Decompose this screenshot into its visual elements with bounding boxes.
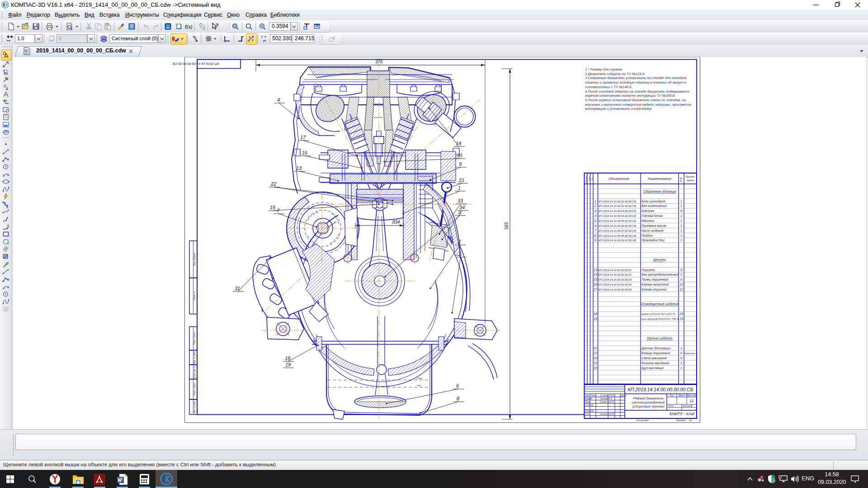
svg-text:Наименование: Наименование — [648, 177, 671, 181]
svg-text:5: 5 — [459, 251, 462, 257]
svg-text:8: 8 — [594, 234, 596, 238]
svg-text:КП.2019.14.14.00.02.00.00.СБ: КП.2019.14.14.00.02.00.00.СБ — [599, 205, 636, 207]
svg-text:обкатки и провести холодную: обкатки и провести холодную обкатку в те… — [585, 80, 686, 84]
svg-text:Поз.: Поз. — [591, 177, 593, 181]
svg-text:16: 16 — [679, 317, 683, 321]
svg-text:1: 1 — [200, 23, 202, 26]
svg-text:19: 19 — [285, 362, 291, 367]
svg-text:9: 9 — [594, 238, 596, 242]
svg-text:1: 1 — [680, 366, 682, 370]
svg-text:12: 12 — [679, 287, 683, 291]
svg-text:(Сборочный чертеж): (Сборочный чертеж) — [632, 404, 664, 408]
svg-text:чание: чание — [687, 178, 694, 182]
svg-text:1: 1 — [680, 214, 682, 218]
svg-text:Детали: Детали — [653, 258, 666, 262]
svg-text:1: 1 — [680, 199, 682, 203]
svg-text:Кол.: Кол. — [679, 177, 682, 182]
svg-text:19: 19 — [594, 317, 597, 321]
svg-text:1: 1 — [680, 219, 682, 223]
svg-text:КП.2019.14.14.00.00.00.03: КП.2019.14.14.00.00.00.03 — [599, 278, 632, 281]
svg-text:Палец поршневой: Палец поршневой — [642, 278, 668, 282]
svg-text:Взам. инв. №: Взам. инв. № — [193, 366, 196, 378]
svg-text:6: 6 — [680, 356, 682, 360]
svg-text:КП.2019.14.14.00.01.00.00.СБ: КП.2019.14.14.00.01.00.00.СБ — [599, 200, 636, 203]
svg-text:Пров.: Пров. — [585, 401, 591, 403]
svg-text:2: 2 — [458, 239, 461, 244]
svg-text:КП.2019.14.14.00.00.00.05: КП.2019.14.14.00.00.00.05 — [599, 288, 632, 291]
svg-text:КП.2019.14.14.00.04.00.00.СБ: КП.2019.14.14.00.04.00.00.СБ — [599, 215, 636, 217]
svg-text:33: 33 — [458, 198, 463, 203]
svg-text:1: 1 — [680, 229, 682, 233]
svg-text:соответствии с ТУ №148 Б: соответствии с ТУ №148 Б — [585, 85, 632, 89]
svg-text:f(x): f(x) — [185, 23, 192, 29]
svg-text:6: 6 — [680, 351, 682, 355]
svg-text:Клапан впускной: Клапан впускной — [642, 288, 666, 291]
svg-text:Рядный двигатель: Рядный двигатель — [633, 396, 664, 400]
svg-text:1: 1 — [680, 224, 682, 228]
svg-text:консервацию и установить в кон: консервацию и установить в контейнер. — [585, 107, 653, 111]
svg-text:Приемник масла: Приемник масла — [642, 224, 666, 228]
svg-text:13: 13 — [296, 165, 302, 171]
svg-text:Справ. №: Справ. № — [193, 291, 196, 301]
svg-text:Формат: Формат — [676, 419, 686, 422]
svg-text:Инв. № дубл.: Инв. № дубл. — [193, 351, 196, 364]
svg-text:Щуп масляный: Щуп масляный — [642, 366, 664, 370]
svg-text:21: 21 — [458, 178, 464, 183]
svg-text:30: 30 — [457, 153, 462, 158]
svg-text:31: 31 — [235, 286, 240, 291]
svg-text:x: x — [263, 39, 264, 42]
svg-text:впускные и выпускные отверс: впускные и выпускные отверстия надеть за… — [585, 103, 692, 107]
svg-text:31: 31 — [594, 361, 597, 365]
svg-text:21: 21 — [593, 346, 597, 350]
svg-text:2: 2 — [594, 204, 596, 208]
svg-text:17: 17 — [300, 135, 306, 140]
svg-text:Вал коленчатый: Вал коленчатый — [642, 204, 667, 207]
svg-text:А1: А1 — [689, 419, 692, 422]
svg-text:КП.2019.14.14.00.03.00.00.СБ: КП.2019.14.14.00.03.00.00.СБ — [599, 210, 636, 212]
svg-text:Дата: Дата — [620, 394, 627, 397]
svg-text:12: 12 — [679, 282, 683, 286]
svg-text:Масса: Масса — [679, 394, 685, 397]
svg-text:КП.2019.14.14.00.08.00.00.СБ: КП.2019.14.14.00.08.00.00.СБ — [599, 235, 636, 237]
svg-text:Приме-: Приме- — [685, 175, 695, 178]
svg-text:КНИТУ - КАИ: КНИТУ - КАИ — [669, 412, 694, 416]
svg-text:?: ? — [175, 23, 178, 28]
svg-text:1: 1 — [680, 238, 682, 242]
svg-text:7: 7 — [277, 208, 280, 213]
svg-text:Лит.: Лит. — [669, 394, 674, 397]
svg-text:20: 20 — [593, 356, 597, 360]
svg-text:22: 22 — [593, 351, 597, 355]
svg-text:Стандартные изделия: Стандартные изделия — [641, 302, 679, 306]
svg-text:Сунгатов И.Ф: Сунгатов И.Ф — [600, 413, 614, 415]
svg-text:Комплект: Комплект — [684, 352, 695, 355]
svg-text:КП.2019.14.14.00.06.00.00.СБ: КП.2019.14.14.00.06.00.00.СБ — [599, 225, 636, 227]
svg-text:14: 14 — [456, 141, 461, 146]
svg-text:Прочие изделия: Прочие изделия — [647, 336, 673, 340]
svg-text:1: 1 — [680, 361, 682, 365]
svg-text:Утв.: Утв. — [585, 413, 590, 415]
svg-text:Головка блока: Головка блока — [642, 214, 663, 217]
svg-text:Перв. примен.: Перв. примен. — [193, 253, 196, 267]
svg-text:Свеча зажигания: Свеча зажигания — [642, 357, 667, 360]
svg-text:Галимов А.Р.: Галимов А.Р. — [600, 398, 613, 400]
svg-text:КП.2019.14.14.00.00.00.02: КП.2019.14.14.00.00.00.02 — [599, 273, 632, 276]
svg-text:14: 14 — [594, 272, 597, 277]
svg-text:?: ? — [216, 23, 219, 28]
svg-text:17: 17 — [594, 287, 598, 291]
svg-text:Кольца поршневые: Кольца поршневые — [642, 352, 670, 355]
svg-text:3 Собранные двигатель устан: 3 Собранные двигатель установить на стен… — [585, 76, 687, 80]
svg-text:Датчик детонации: Датчик детонации — [641, 347, 670, 350]
svg-text:Вал распределительный: Вал распределительный — [642, 273, 679, 277]
svg-text:Формат: Формат — [585, 175, 587, 183]
svg-text:834: 834 — [392, 220, 400, 225]
svg-text:22: 22 — [270, 181, 276, 187]
svg-text:18: 18 — [594, 312, 597, 316]
svg-text:КП.2019.14.14.00.00.00.00.СБ: КП.2019.14.14.00.00.00.00.СБ — [628, 387, 693, 392]
svg-text:16: 16 — [302, 150, 308, 155]
svg-text:15: 15 — [594, 277, 598, 282]
svg-text:1: 1 — [680, 204, 682, 208]
svg-text:1: 1 — [680, 234, 682, 238]
svg-text:Сунгатов И.Ф: Сунгатов И.Ф — [600, 401, 614, 403]
svg-text:6: 6 — [680, 209, 682, 213]
svg-text:Лист: Лист — [590, 394, 596, 397]
